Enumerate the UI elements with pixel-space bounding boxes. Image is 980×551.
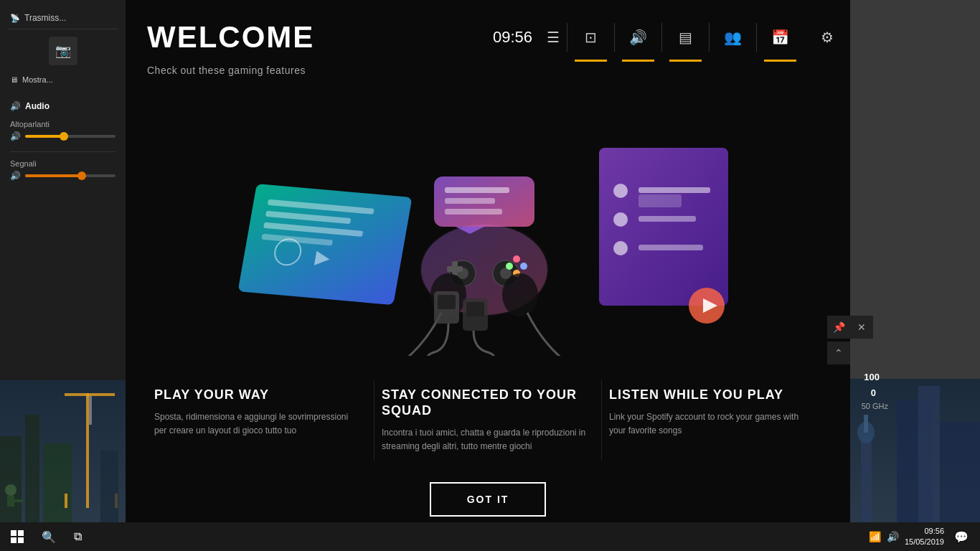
speaker-slider-row: 🔊 [10, 131, 116, 141]
stat-val-0: 0 [871, 387, 876, 398]
svg-point-34 [513, 255, 520, 263]
taskbar: 🔍 ⧉ 📶 🔊 09:56 15/05/2019 💬 [0, 522, 980, 551]
feature-1-desc: Sposta, ridimensiona e aggiungi le sovri… [154, 410, 359, 438]
svg-rect-61 [11, 530, 17, 536]
welcome-modal: WELCOME 09:56 ☰ ⊡ 🔊 ▤ 👥 📅 ⚙ Check out th… [126, 0, 850, 531]
stat-val-100: 100 [864, 372, 880, 382]
task-view-button[interactable]: ⧉ [63, 522, 92, 551]
feature-3-title: LISTEN WHILE YOU PLAY [609, 387, 814, 403]
volume-tray-icon: 🔊 [887, 531, 899, 542]
svg-rect-63 [11, 537, 17, 543]
feature-2-desc: Incontra i tuoi amici, chatta e guarda l… [382, 426, 587, 453]
svg-rect-62 [18, 530, 24, 536]
svg-rect-49 [639, 187, 710, 193]
modal-subtitle: Check out these gaming features [126, 62, 850, 88]
speaker-label: Altoparlanti [10, 120, 116, 128]
tray-area: 📶 🔊 09:56 15/05/2019 💬 [862, 522, 980, 551]
svg-rect-50 [639, 216, 696, 222]
wifi-icon: 📶 [869, 531, 881, 542]
feature-card-3: LISTEN WHILE YOU PLAY Link your Spotify … [602, 380, 829, 461]
top-nav: ⊡ 🔊 ▤ 👥 📅 ⚙ [567, 13, 850, 62]
feature-2-title: STAY CONNECTED TO YOUR SQUAD [382, 387, 587, 418]
nav-volume-button[interactable]: 🔊 [615, 13, 661, 62]
expand-button[interactable]: ⌃ [827, 342, 850, 364]
svg-rect-58 [466, 302, 484, 316]
nav-calendar-button[interactable]: 📅 [757, 13, 804, 62]
svg-point-47 [613, 212, 628, 227]
feature-card-1: PLAY YOUR WAY Sposta, ridimensiona e agg… [147, 380, 374, 461]
broadcast-row: 📡 Trasmiss... [7, 7, 118, 29]
svg-rect-64 [18, 537, 24, 543]
nav-display-button[interactable]: ⊡ [567, 13, 614, 62]
stat-freq: 50 GHz [862, 402, 888, 410]
svg-point-36 [506, 263, 513, 270]
svg-point-46 [613, 184, 628, 198]
svg-rect-51 [639, 245, 703, 250]
windows-logo-icon [11, 530, 24, 543]
speaker-icon: 🔊 [10, 131, 21, 141]
hamburger-button[interactable]: ☰ [540, 29, 567, 46]
svg-point-35 [520, 263, 527, 270]
start-button[interactable] [0, 522, 34, 551]
illustration-area [126, 88, 850, 380]
feature-1-title: PLAY YOUR WAY [154, 387, 359, 403]
notification-button[interactable]: 💬 [950, 522, 973, 551]
left-panel: 📡 Trasmiss... 📷 🖥 Mostra... 🔊 Audio Alto… [0, 0, 126, 380]
svg-rect-56 [438, 295, 456, 309]
signal-icon: 🔊 [10, 171, 21, 181]
feature-3-desc: Link your Spotify account to rock your g… [609, 410, 814, 438]
camera-button[interactable]: 📷 [49, 37, 77, 65]
taskbar-clock: 09:56 15/05/2019 [905, 526, 944, 548]
close-button[interactable]: ✕ [850, 316, 873, 339]
nav-monitor-button[interactable]: ▤ [662, 13, 709, 62]
search-button[interactable]: 🔍 [34, 522, 63, 551]
audio-title: 🔊 Audio [10, 101, 116, 111]
signal-slider[interactable] [25, 174, 116, 177]
pin-button[interactable]: 📌 [827, 316, 850, 339]
show-button[interactable]: 🖥 Mostra... [7, 72, 118, 87]
svg-rect-43 [445, 198, 495, 204]
feature-cards: PLAY YOUR WAY Sposta, ridimensiona e agg… [126, 380, 850, 475]
broadcast-label: Trasmiss... [24, 13, 66, 23]
feature-card-2: STAY CONNECTED TO YOUR SQUAD Incontra i … [374, 380, 602, 461]
speaker-slider[interactable] [25, 135, 116, 138]
time-display: 09:56 [493, 28, 532, 47]
svg-point-48 [613, 241, 628, 255]
svg-rect-45 [599, 148, 728, 306]
nav-people-button[interactable]: 👥 [710, 13, 756, 62]
svg-rect-33 [447, 266, 463, 272]
signal-slider-row: 🔊 [10, 171, 116, 181]
got-it-button[interactable]: GOT IT [430, 482, 547, 517]
welcome-title: WELCOME [147, 20, 479, 55]
signal-label: Segnali [10, 159, 116, 168]
gaming-svg [219, 112, 757, 356]
svg-rect-42 [445, 187, 509, 193]
svg-point-39 [502, 273, 538, 316]
nav-settings-button[interactable]: ⚙ [804, 13, 850, 62]
svg-rect-44 [445, 209, 502, 215]
svg-rect-52 [639, 194, 682, 207]
show-label: Mostra... [22, 75, 53, 84]
audio-section: 🔊 Audio Altoparlanti 🔊 Segnali 🔊 [7, 101, 118, 181]
